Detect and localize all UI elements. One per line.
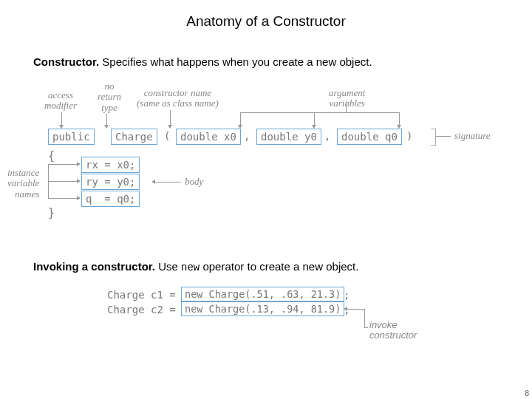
sig-public: public [48, 129, 95, 145]
ann-invoke-constructor: invoke constructor [369, 320, 417, 341]
sig-charge: Charge [111, 129, 157, 145]
new-keyword: new [181, 262, 200, 273]
ann-access-modifier: access modifier [44, 90, 77, 112]
brace-close: } [48, 206, 55, 219]
invoke-line1-box: new Charge(.51, .63, 21.3) [181, 287, 344, 301]
assign-q: q = q0; [81, 191, 140, 207]
signature-bracket [431, 129, 436, 146]
ann-signature: signature [454, 131, 491, 141]
sig-arg3: double q0 [337, 129, 402, 145]
invoking-paragraph: Invoking a constructor. Use new operator… [33, 260, 532, 273]
assign-rx: rx = x0; [81, 157, 140, 173]
ann-constructor-name: constructor name (same as class name) [137, 88, 219, 109]
invoke-constructor-diagram: Charge c1 = new Charge(.51, .63, 21.3) ;… [107, 287, 425, 338]
constructor-anatomy-diagram: access modifier no return type construct… [52, 98, 495, 216]
constructor-bold: Constructor. [33, 55, 99, 68]
invoking-text2: operator to create a new object. [200, 260, 358, 273]
ann-no-return-type: no return type [98, 81, 121, 113]
sig-arg1: double x0 [176, 129, 241, 145]
brace-open: { [48, 149, 55, 163]
sig-comma2: , [324, 130, 330, 142]
ann-body: body [185, 177, 203, 187]
invoke-line2-a: Charge c2 = [107, 304, 176, 316]
sig-paren-open: ( [164, 130, 170, 142]
constructor-paragraph: Constructor. Specifies what happens when… [33, 55, 532, 68]
invoke-line1-a: Charge c1 = [107, 289, 176, 301]
constructor-text: Specifies what happens when you create a… [99, 55, 372, 68]
invoke-line2-box: new Charge(.13, .94, 81.9) [181, 301, 344, 316]
sig-comma1: , [244, 130, 250, 142]
invoking-text1: Use [155, 260, 181, 273]
sig-paren-close: ) [406, 130, 412, 142]
invoke-line1-c: ; [344, 289, 349, 301]
slide-number: 8 [525, 389, 529, 398]
sig-arg2: double y0 [256, 129, 321, 145]
ann-argument-variables: argument variables [329, 88, 365, 109]
assign-ry: ry = y0; [81, 174, 140, 190]
page-title: Anatomy of a Constructor [0, 13, 532, 30]
ann-instance-vars: instance variable names [7, 168, 39, 200]
invoking-bold: Invoking a constructor. [33, 260, 155, 273]
